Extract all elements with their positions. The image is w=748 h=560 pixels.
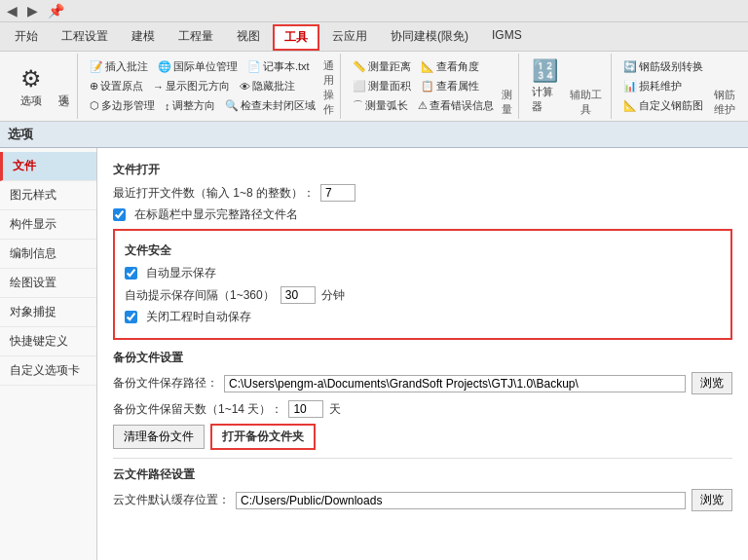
- btn-view-angle[interactable]: 📐 查看角度: [417, 57, 483, 76]
- clear-backup-button[interactable]: 清理备份文件: [113, 425, 205, 449]
- cloud-path-row: 云文件默认缓存位置： 浏览: [113, 489, 732, 511]
- cloud-section: 云文件路径设置 云文件默认缓存位置： 浏览: [113, 467, 732, 511]
- file-open-title: 文件打开: [113, 162, 732, 178]
- btn-hide-annotation[interactable]: 👁 隐藏批注: [236, 77, 299, 95]
- toolbar-tabs: 开始 工程设置 建模 工程量 视图 工具 云应用 协同建模(限免) IGMS: [0, 22, 748, 52]
- toolbar-group-options: ⚙ 选项 选项: [4, 54, 78, 119]
- loss-icon: 📊: [623, 80, 637, 93]
- sidebar-item-file[interactable]: 文件: [0, 152, 96, 181]
- options-btn-label: 选项: [20, 93, 42, 108]
- unit-icon: 🌐: [158, 60, 171, 73]
- tab-view[interactable]: 视图: [226, 24, 271, 51]
- group-label-auxiliary: 辅助工具: [568, 87, 605, 117]
- convert-icon: 🔄: [623, 60, 637, 73]
- btn-custom-steel-diagram[interactable]: 📐 自定义钢筋图: [619, 96, 707, 115]
- sidebar-item-edit-info[interactable]: 编制信息: [0, 240, 96, 269]
- tab-model[interactable]: 建模: [121, 24, 166, 51]
- btn-show-direction[interactable]: → 显示图元方向: [149, 77, 234, 95]
- show-full-path-checkbox[interactable]: [113, 208, 126, 221]
- close-save-row: 关闭工程时自动保存: [125, 309, 721, 325]
- close-save-label: 关闭工程时自动保存: [146, 309, 251, 325]
- btn-measure-distance[interactable]: 📏 测量距离: [349, 57, 415, 76]
- show-full-path-row: 在标题栏中显示完整路径文件名: [113, 206, 732, 223]
- recent-files-input[interactable]: [320, 184, 355, 202]
- interval-unit: 分钟: [321, 287, 345, 304]
- btn-measure-area[interactable]: ⬜ 测量面积: [349, 77, 415, 95]
- error-icon: ⚠: [418, 99, 428, 112]
- divider: [113, 458, 732, 459]
- backup-section: 备份文件设置 备份文件保存路径： 浏览 备份文件保留天数（1~14 天）： 天 …: [113, 350, 732, 450]
- property-icon: 📋: [421, 80, 434, 93]
- tab-start[interactable]: 开始: [4, 24, 49, 51]
- tab-igms[interactable]: IGMS: [481, 24, 533, 51]
- btn-loss-maintain[interactable]: 📊 损耗维护: [619, 77, 686, 95]
- options-button[interactable]: ⚙ 选项: [10, 62, 53, 111]
- backup-actions-row: 清理备份文件 打开备份文件夹: [113, 424, 732, 450]
- sidebar-item-drawing-settings[interactable]: 绘图设置: [0, 269, 96, 298]
- tab-engineering[interactable]: 工程量: [168, 24, 224, 51]
- tab-project-settings[interactable]: 工程设置: [51, 24, 119, 51]
- adjust-icon: ↕: [165, 100, 170, 112]
- direction-icon: →: [153, 81, 164, 93]
- check-icon: 🔍: [225, 99, 239, 112]
- file-open-section: 文件打开 最近打开文件数（输入 1~8 的整数）： 在标题栏中显示完整路径文件名: [113, 162, 732, 223]
- options-main-content: 文件打开 最近打开文件数（输入 1~8 的整数）： 在标题栏中显示完整路径文件名…: [97, 148, 748, 560]
- btn-view-error[interactable]: ⚠ 查看错误信息: [414, 96, 498, 115]
- gear-icon: ⚙: [20, 65, 42, 93]
- btn-calculator[interactable]: 🔢 计算器: [527, 56, 564, 117]
- back-icon[interactable]: ◀: [4, 2, 20, 19]
- options-header: 选项: [0, 122, 748, 148]
- keep-days-row: 备份文件保留天数（1~14 天）： 天: [113, 400, 732, 418]
- cloud-path-label: 云文件默认缓存位置：: [113, 492, 230, 508]
- btn-polygon-mgmt[interactable]: ⬡ 多边形管理: [86, 96, 159, 115]
- sidebar-item-custom-tab[interactable]: 自定义选项卡: [0, 356, 96, 386]
- btn-check-unclosed[interactable]: 🔍 检查未封闭区域: [221, 96, 319, 115]
- show-full-path-label: 在标题栏中显示完整路径文件名: [134, 206, 298, 223]
- recent-files-label: 最近打开文件数（输入 1~8 的整数）：: [113, 185, 315, 202]
- tab-cloud[interactable]: 云应用: [321, 24, 378, 51]
- cloud-path-input[interactable]: [236, 492, 686, 509]
- sidebar-item-snap[interactable]: 对象捕捉: [0, 298, 96, 327]
- toolbar-content: ⚙ 选项 选项 📝 插入批注 🌐 国际单位管理 📄 记事本.txt: [0, 52, 748, 122]
- tab-tools[interactable]: 工具: [273, 24, 319, 51]
- keep-days-input[interactable]: [288, 400, 323, 418]
- btn-unit-mgmt[interactable]: 🌐 国际单位管理: [154, 57, 242, 76]
- interval-label: 自动提示保存间隔（1~360）: [125, 287, 275, 304]
- btn-steel-convert[interactable]: 🔄 钢筋级别转换: [619, 57, 707, 76]
- sidebar-item-element-style[interactable]: 图元样式: [0, 181, 96, 210]
- options-title: 选项: [8, 127, 33, 141]
- btn-measure-arc[interactable]: ⌒ 测量弧长: [349, 96, 412, 115]
- auto-save-checkbox[interactable]: [125, 267, 137, 280]
- angle-icon: 📐: [421, 60, 434, 73]
- interval-row: 自动提示保存间隔（1~360） 分钟: [125, 286, 721, 304]
- keep-days-label: 备份文件保留天数（1~14 天）：: [113, 401, 282, 418]
- group-label-measure: 测量: [502, 87, 512, 117]
- btn-adjust-direction[interactable]: ↕ 调整方向: [161, 96, 219, 115]
- distance-icon: 📏: [353, 60, 366, 73]
- open-backup-folder-button[interactable]: 打开备份文件夹: [210, 424, 316, 450]
- sidebar-item-component-display[interactable]: 构件显示: [0, 210, 96, 240]
- auto-save-row: 自动显示保存: [125, 265, 721, 281]
- backup-browse-button[interactable]: 浏览: [692, 372, 732, 394]
- group-label-steel: 钢筋维护: [711, 87, 738, 117]
- btn-insert-annotation[interactable]: 📝 插入批注: [86, 57, 152, 76]
- btn-view-property[interactable]: 📋 查看属性: [417, 77, 483, 95]
- forward-icon[interactable]: ▶: [24, 2, 41, 19]
- group-label-general: 通用操作: [323, 57, 334, 117]
- backup-path-row: 备份文件保存路径： 浏览: [113, 372, 732, 394]
- close-save-checkbox[interactable]: [125, 311, 137, 323]
- backup-path-input[interactable]: [224, 375, 686, 392]
- btn-set-origin[interactable]: ⊕ 设置原点: [86, 77, 147, 95]
- backup-title: 备份文件设置: [113, 350, 732, 366]
- notepad-icon: 📄: [247, 60, 261, 73]
- sidebar-item-shortcuts[interactable]: 快捷键定义: [0, 327, 96, 356]
- polygon-icon: ⬡: [90, 99, 99, 112]
- calculator-icon: 🔢: [532, 58, 558, 84]
- pin-icon[interactable]: 📌: [45, 2, 67, 19]
- hide-icon: 👁: [240, 81, 250, 93]
- tab-collab[interactable]: 协同建模(限免): [380, 24, 479, 51]
- interval-input[interactable]: [280, 286, 316, 304]
- toolbar-group-measure: 📏 测量距离 📐 查看角度 ⬜ 测量面积 📋 查看属性: [343, 54, 519, 119]
- btn-notepad[interactable]: 📄 记事本.txt: [243, 57, 314, 76]
- cloud-browse-button[interactable]: 浏览: [692, 489, 732, 511]
